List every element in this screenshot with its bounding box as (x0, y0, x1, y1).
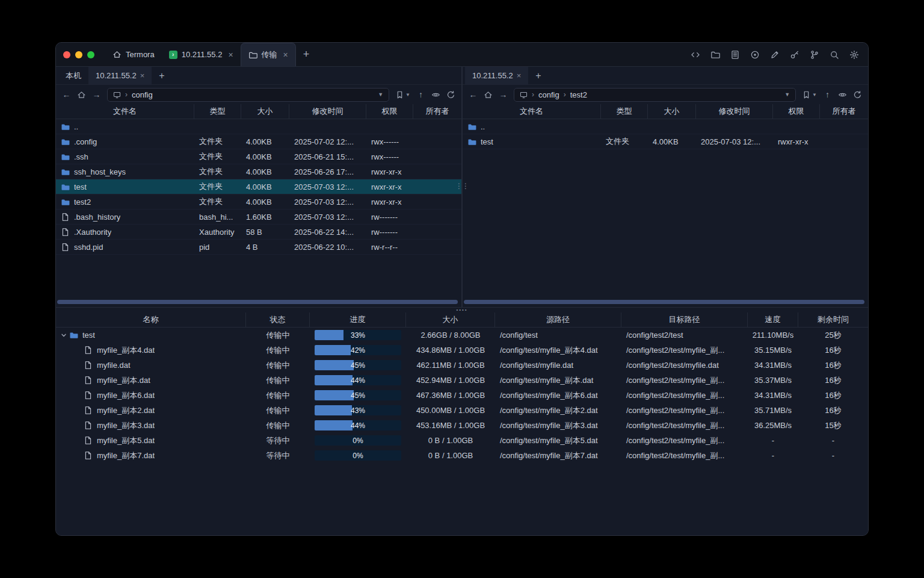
file-permissions: rwx------ (366, 134, 413, 149)
tab-host[interactable]: › 10.211.55.2 × (162, 43, 241, 66)
column-header-permissions[interactable]: 权限 (366, 104, 413, 119)
file-row[interactable]: test文件夹4.00KB2025-07-03 12:...rwxr-xr-x (463, 134, 868, 149)
log-icon[interactable] (730, 49, 741, 60)
close-tab-icon[interactable]: × (228, 50, 233, 60)
transfer-row[interactable]: myfile_副本2.dat传输中43%450.00MB / 1.00GB/co… (56, 403, 868, 418)
column-header-permissions[interactable]: 权限 (773, 104, 820, 119)
column-header-size[interactable]: 大小 (648, 104, 696, 119)
search-icon[interactable] (829, 49, 840, 60)
show-hidden-eye-icon[interactable] (431, 89, 440, 101)
collapse-chevron-icon[interactable] (61, 332, 67, 338)
transfer-row[interactable]: myfile_副本.dat传输中44%452.94MB / 1.00GB/con… (56, 373, 868, 388)
file-row[interactable]: .XauthorityXauthority58 B2025-06-22 14:.… (56, 225, 461, 240)
chevron-down-icon[interactable]: ▼ (784, 92, 790, 98)
path-segment[interactable]: config (538, 90, 559, 99)
file-row[interactable]: test文件夹4.00KB2025-07-03 12:...rwxr-xr-x (56, 179, 461, 194)
file-modified: 2025-06-22 10:... (289, 240, 366, 254)
new-explorer-tab-button[interactable]: + (528, 67, 548, 84)
path-segment[interactable]: config (132, 90, 153, 99)
column-header-filename[interactable]: 文件名 (463, 104, 601, 119)
transfer-row[interactable]: myfile_副本3.dat传输中44%453.16MB / 1.00GB/co… (56, 418, 868, 433)
transfer-column-status[interactable]: 状态 (246, 312, 310, 327)
show-hidden-eye-icon[interactable] (838, 89, 847, 101)
column-header-type[interactable]: 类型 (194, 104, 241, 119)
tab-termora[interactable]: Termora (105, 43, 162, 66)
horizontal-scrollbar[interactable] (464, 300, 866, 304)
git-branch-icon[interactable] (809, 49, 820, 60)
transfer-column-speed[interactable]: 速度 (748, 312, 798, 327)
horizontal-scrollbar[interactable] (57, 300, 459, 304)
path-input[interactable]: › config › test2 ▼ (514, 88, 796, 102)
file-row[interactable]: .. (56, 119, 461, 134)
up-arrow-icon[interactable]: ↑ (416, 89, 425, 101)
tab-remote-host[interactable]: 10.211.55.2 × (88, 67, 152, 84)
transfer-row[interactable]: myfile.dat传输中45%462.11MB / 1.00GB/config… (56, 358, 868, 373)
scrollbar-thumb[interactable] (57, 300, 458, 304)
folder-icon[interactable] (710, 49, 721, 60)
transfer-column-size[interactable]: 大小 (406, 312, 495, 327)
transfer-column-target-path[interactable]: 目标路径 (621, 312, 748, 327)
column-header-owner[interactable]: 所有者 (413, 104, 461, 119)
transfer-row[interactable]: myfile_副本6.dat传输中45%467.36MB / 1.00GB/co… (56, 388, 868, 403)
expand-chevron-icon[interactable] (60, 332, 67, 338)
new-tab-button[interactable]: + (296, 48, 317, 61)
up-arrow-icon[interactable]: ↑ (823, 89, 832, 101)
transfer-column-source-path[interactable]: 源路径 (495, 312, 621, 327)
path-segment[interactable]: test2 (570, 90, 587, 99)
column-header-modified[interactable]: 修改时间 (289, 104, 366, 119)
bookmark-icon[interactable] (395, 89, 404, 101)
close-tab-icon[interactable]: × (517, 71, 522, 80)
chevron-down-icon[interactable]: ▼ (378, 92, 383, 98)
new-explorer-tab-button[interactable]: + (152, 67, 171, 84)
file-row[interactable]: .. (463, 119, 868, 134)
transfer-column-remaining-time[interactable]: 剩余时间 (798, 312, 868, 327)
forward-icon[interactable]: → (92, 89, 101, 101)
minimize-window-button[interactable] (75, 51, 82, 58)
refresh-icon[interactable] (446, 89, 455, 101)
splitter-grip-icon[interactable]: •••• (456, 308, 467, 312)
edit-icon[interactable] (769, 49, 780, 60)
file-row[interactable]: .ssh文件夹4.00KB2025-06-21 15:...rwx------ (56, 149, 461, 164)
column-header-size[interactable]: 大小 (241, 104, 289, 119)
file-row[interactable]: .bash_historybash_hi...1.60KB2025-07-03 … (56, 210, 461, 225)
zoom-window-button[interactable] (87, 51, 94, 58)
code-icon[interactable] (690, 49, 701, 60)
file-row[interactable]: sshd.pidpid4 B2025-06-22 10:...rw-r--r-- (56, 240, 461, 255)
record-icon[interactable] (750, 49, 760, 60)
bookmark-chevron-icon[interactable]: ▼ (812, 92, 817, 98)
back-icon[interactable]: ← (469, 89, 478, 101)
bookmark-icon[interactable] (802, 89, 811, 101)
tab-transfer[interactable]: 传输 × (241, 43, 296, 66)
column-header-type[interactable]: 类型 (601, 104, 648, 119)
close-tab-icon[interactable]: × (140, 71, 145, 80)
home-icon[interactable] (484, 89, 493, 101)
transfer-row[interactable]: test传输中33%2.66GB / 8.00GB/config/test/co… (56, 328, 868, 343)
panel-splitter-grip[interactable]: ⋮⋮ (455, 182, 469, 190)
close-tab-icon[interactable]: × (283, 50, 288, 60)
column-header-filename[interactable]: 文件名 (56, 104, 194, 119)
file-row[interactable]: .config文件夹4.00KB2025-07-02 12:...rwx----… (56, 134, 461, 149)
key-icon[interactable] (789, 49, 800, 60)
file-row[interactable]: ssh_host_keys文件夹4.00KB2025-06-26 17:...r… (56, 164, 461, 179)
scrollbar-thumb[interactable] (464, 300, 864, 304)
settings-gear-icon[interactable] (849, 49, 860, 60)
tab-local-machine[interactable]: 本机 (58, 67, 88, 84)
bookmark-chevron-icon[interactable]: ▼ (405, 92, 410, 98)
transfer-size: 462.11MB / 1.00GB (406, 361, 495, 370)
forward-icon[interactable]: → (499, 89, 508, 101)
refresh-icon[interactable] (853, 89, 862, 101)
transfer-column-name[interactable]: 名称 (56, 312, 246, 327)
back-icon[interactable]: ← (62, 89, 71, 101)
horizontal-splitter[interactable]: •••• (56, 308, 868, 312)
file-row[interactable]: test2文件夹4.00KB2025-07-03 12:...rwxr-xr-x (56, 194, 461, 210)
tab-remote-host[interactable]: 10.211.55.2 × (465, 67, 528, 84)
transfer-row[interactable]: myfile_副本7.dat等待中0%0 B / 1.00GB/config/t… (56, 448, 868, 463)
close-window-button[interactable] (63, 51, 70, 58)
home-icon[interactable] (77, 89, 86, 101)
transfer-row[interactable]: myfile_副本5.dat等待中0%0 B / 1.00GB/config/t… (56, 433, 868, 448)
transfer-column-progress[interactable]: 进度 (310, 312, 406, 327)
transfer-row[interactable]: myfile_副本4.dat传输中42%434.86MB / 1.00GB/co… (56, 343, 868, 358)
column-header-owner[interactable]: 所有者 (820, 104, 868, 119)
path-input[interactable]: › config ▼ (107, 88, 389, 102)
column-header-modified[interactable]: 修改时间 (696, 104, 773, 119)
